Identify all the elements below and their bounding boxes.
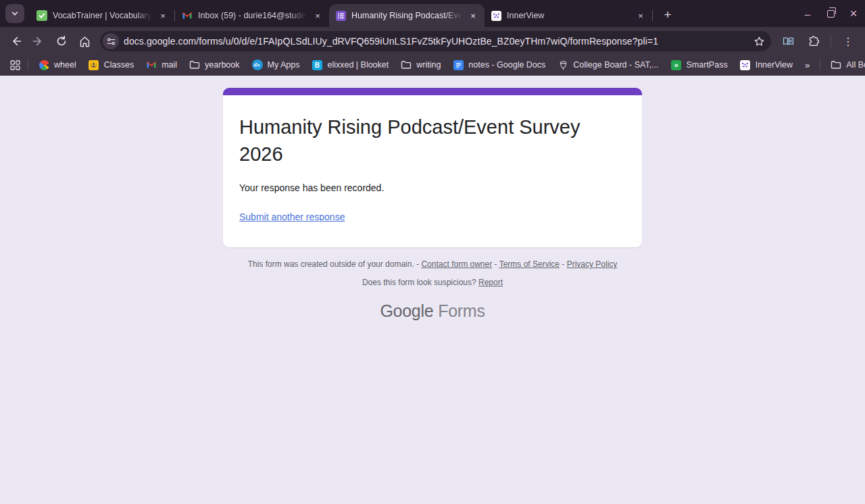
bookmark-label: InnerView <box>756 60 793 70</box>
acorn-icon <box>558 59 568 70</box>
reading-mode-button[interactable] <box>776 30 799 53</box>
footer-notice-text: This form was created outside of your do… <box>248 259 419 269</box>
forward-button[interactable] <box>27 30 50 53</box>
folder-icon <box>189 59 200 70</box>
bookmark-label: mail <box>162 60 177 70</box>
bookmarks-divider <box>820 59 820 70</box>
omnibox[interactable]: docs.google.com/forms/u/0/d/e/1FAIpQLSdL… <box>100 31 771 51</box>
bookmark-label: elixxed | Blooket <box>327 60 389 70</box>
new-tab-button[interactable]: + <box>658 5 677 24</box>
back-button[interactable] <box>4 30 27 53</box>
contact-form-owner-link[interactable]: Contact form owner <box>421 259 492 269</box>
folder-icon <box>401 59 412 70</box>
tab-innerview[interactable]: InnerView × <box>485 4 652 27</box>
bookmark-smartpass[interactable]: » SmartPass <box>665 57 734 72</box>
home-button[interactable] <box>73 30 96 53</box>
innerview-favicon-icon <box>491 11 501 21</box>
response-recorded-message: Your response has been recorded. <box>239 182 626 193</box>
toolbar-divider <box>831 35 831 47</box>
tab-inbox[interactable]: Inbox (59) - durie164@students × <box>175 4 329 27</box>
bookmark-innerview[interactable]: InnerView <box>734 57 799 72</box>
chevron-down-icon <box>11 9 19 18</box>
close-window-button[interactable]: × <box>842 0 865 27</box>
minimize-button[interactable]: – <box>796 0 819 27</box>
tab-close-icon[interactable]: × <box>635 9 647 22</box>
report-link[interactable]: Report <box>478 278 503 287</box>
innerview-icon <box>740 59 751 70</box>
bookmark-college-board[interactable]: College Board - SAT,... <box>551 57 664 72</box>
bookmark-notes-docs[interactable]: notes - Google Docs <box>447 57 551 72</box>
bookmark-wheel[interactable]: wheel <box>32 57 82 72</box>
tab-search-button[interactable] <box>5 4 24 23</box>
apps-grid-button[interactable] <box>7 58 24 72</box>
home-icon <box>78 35 91 48</box>
gmail-icon <box>146 59 157 70</box>
bookmark-label: College Board - SAT,... <box>573 60 658 70</box>
suspicious-text: Does this form look suspicious? <box>362 278 476 287</box>
tab-close-icon[interactable]: × <box>157 9 169 22</box>
form-card: Humanity Rising Podcast/Event Survey 202… <box>223 88 642 247</box>
all-bookmarks-button[interactable]: All Bookmarks <box>824 57 865 72</box>
smartpass-icon: » <box>671 59 682 70</box>
restore-button[interactable] <box>819 0 842 27</box>
bookmark-label: SmartPass <box>687 60 728 70</box>
tab-vocabtrainer[interactable]: VocabTrainer | Vocabulary.com × <box>30 4 174 27</box>
bookmark-classes[interactable]: Classes <box>82 57 140 72</box>
window-controls: – × <box>796 0 865 27</box>
bookmark-writing[interactable]: writing <box>395 57 447 72</box>
tab-strip: VocabTrainer | Vocabulary.com × Inbox (5… <box>0 0 865 27</box>
puzzle-icon <box>808 35 820 48</box>
bookmark-label: yearbook <box>205 60 239 70</box>
form-accent-band <box>223 88 642 95</box>
classroom-icon <box>89 59 99 70</box>
back-arrow-icon <box>9 35 22 47</box>
site-settings-chip[interactable] <box>103 33 119 49</box>
tab-close-icon[interactable]: × <box>312 9 324 22</box>
url-input[interactable]: docs.google.com/forms/u/0/d/e/1FAIpQLSdL… <box>124 36 747 47</box>
tab-title: VocabTrainer | Vocabulary.com <box>53 11 154 20</box>
google-docs-icon <box>453 59 464 70</box>
tab-humanity-rising-active[interactable]: Humanity Rising Podcast/Event × <box>329 4 485 27</box>
bookmark-label: Classes <box>104 60 134 70</box>
extensions-button[interactable] <box>802 30 825 53</box>
star-icon <box>753 36 765 47</box>
vocabtrainer-favicon-icon <box>36 10 47 21</box>
tab-title: Humanity Rising Podcast/Event <box>351 11 464 20</box>
bookmark-my-apps[interactable]: My Apps <box>246 57 306 72</box>
bookmark-yearbook[interactable]: yearbook <box>183 57 245 72</box>
bookmarks-divider <box>28 59 28 70</box>
tab-close-icon[interactable]: × <box>467 9 479 22</box>
bookmark-label: My Apps <box>268 60 300 70</box>
submit-another-response-link[interactable]: Submit another response <box>239 211 345 222</box>
browser-window: VocabTrainer | Vocabulary.com × Inbox (5… <box>0 0 865 504</box>
bookmark-label: wheel <box>54 60 76 70</box>
menu-kebab-button[interactable]: ⋮ <box>837 30 860 53</box>
footer-separator: - <box>495 259 497 269</box>
privacy-policy-link[interactable]: Privacy Policy <box>567 259 618 269</box>
toolbar-right: ⋮ <box>776 30 860 53</box>
wheel-icon <box>39 59 49 70</box>
bookmarks-overflow-button[interactable]: » <box>799 58 816 72</box>
form-card-body: Humanity Rising Podcast/Event Survey 202… <box>223 95 642 247</box>
bookmarks-bar: wheel Classes mail yearbook <box>0 55 865 76</box>
google-forms-favicon-icon <box>336 11 346 21</box>
form-response-page: Humanity Rising Podcast/Event Survey 202… <box>0 76 865 504</box>
bookmark-mail[interactable]: mail <box>140 57 183 72</box>
reload-icon <box>55 35 68 47</box>
reading-book-icon <box>782 35 795 48</box>
form-footer-notice: This form was created outside of your do… <box>0 259 865 269</box>
bookmark-star-button[interactable] <box>749 32 768 51</box>
reload-button[interactable] <box>50 30 73 53</box>
tab-title: Inbox (59) - durie164@students <box>198 11 309 20</box>
google-forms-logo: GoogleForms <box>0 301 865 321</box>
gmail-favicon-icon <box>182 10 193 21</box>
classlink-cloud-icon <box>252 59 263 70</box>
form-title: Humanity Rising Podcast/Event Survey 202… <box>239 114 626 168</box>
bookmark-blooket[interactable]: B elixxed | Blooket <box>305 57 395 72</box>
suspicious-form-row: Does this form look suspicious? Report <box>0 278 865 287</box>
terms-of-service-link[interactable]: Terms of Service <box>499 259 560 269</box>
forward-arrow-icon <box>32 35 45 47</box>
tab-title: InnerView <box>507 11 632 20</box>
all-bookmarks-label: All Bookmarks <box>846 60 865 70</box>
tab-divider <box>652 10 653 21</box>
